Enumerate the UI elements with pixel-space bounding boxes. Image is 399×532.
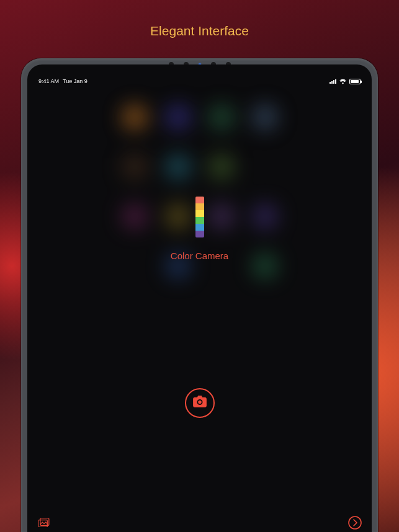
blurred-app-icon [122, 203, 148, 229]
blurred-app-icon [208, 203, 235, 229]
gallery-icon [38, 518, 50, 529]
chevron-circle-icon [347, 521, 362, 532]
camera-icon [193, 396, 207, 410]
page-title: Elegant Interface [0, 24, 399, 38]
status-date: Tue Jan 9 [63, 78, 87, 84]
blurred-homescreen [113, 92, 287, 291]
blurred-app-icon [252, 253, 278, 279]
blurred-app-icon [165, 154, 191, 180]
status-time: 9:41 AM [38, 78, 59, 84]
tablet-screen: 9:41 AM Tue Jan 9 Color Camera [27, 64, 372, 532]
blurred-app-icon [252, 104, 278, 130]
app-icon [195, 197, 204, 237]
wifi-icon [339, 79, 346, 84]
blurred-app-icon [208, 154, 235, 180]
app-name-label: Color Camera [171, 250, 228, 261]
cellular-signal-icon [330, 79, 336, 84]
battery-icon [349, 79, 361, 84]
blurred-app-icon [165, 203, 191, 229]
svg-point-2 [349, 516, 361, 529]
blurred-app-icon [122, 104, 148, 130]
next-button[interactable] [347, 515, 362, 530]
status-bar: 9:41 AM Tue Jan 9 [27, 78, 372, 84]
blurred-app-icon [122, 154, 148, 180]
blurred-app-icon [208, 104, 235, 130]
tablet-frame: 9:41 AM Tue Jan 9 Color Camera [21, 58, 378, 532]
shutter-button[interactable] [185, 388, 215, 418]
promo-background: Elegant Interface 9:41 AM Tue Jan 9 [0, 0, 399, 532]
blurred-app-icon [165, 104, 191, 130]
blurred-app-icon [252, 203, 278, 229]
gallery-button[interactable] [38, 518, 50, 527]
